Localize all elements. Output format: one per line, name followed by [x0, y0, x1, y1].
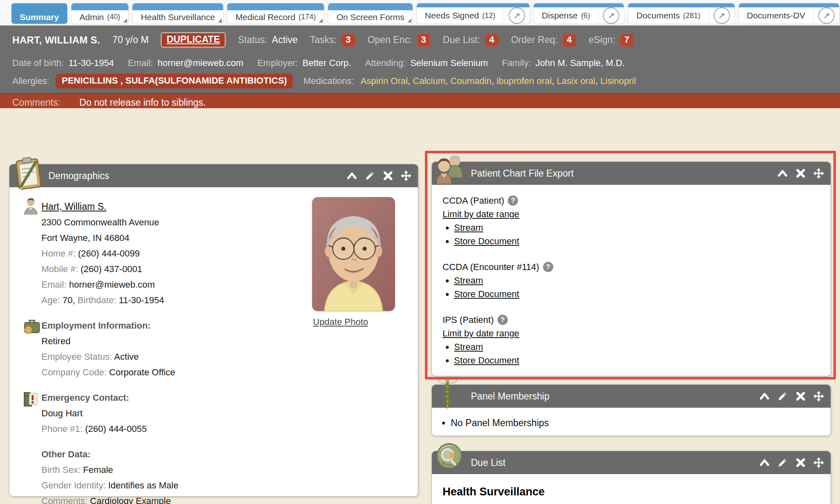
- tab-medical-record[interactable]: Medical Record(174): [227, 3, 324, 24]
- external-link-icon[interactable]: ↗: [504, 7, 530, 24]
- export-panel-header[interactable]: Patient Chart File Export: [432, 162, 831, 185]
- export-links-list: StreamStore Document: [454, 340, 820, 367]
- counter-badge[interactable]: 4: [562, 34, 576, 47]
- edit-icon[interactable]: [777, 457, 788, 468]
- chart-tabs: SummaryAdmin(40)Health SurveillanceMedic…: [11, 3, 839, 24]
- edit-icon[interactable]: [365, 170, 375, 181]
- external-link-icon[interactable]: ↗: [598, 7, 624, 24]
- counter-label: Open Enc:: [368, 34, 412, 45]
- export-group: IPS (Patient)?Limit by date rangeStreamS…: [443, 313, 820, 367]
- employment-status-line: Retired: [41, 334, 406, 349]
- duplicate-flag[interactable]: DUPLICATE: [161, 32, 226, 48]
- dropdown-corner-icon: [123, 18, 127, 23]
- collapse-icon[interactable]: [759, 391, 770, 402]
- tab-needs-signed[interactable]: Needs Signed(12)↗: [417, 3, 530, 24]
- counter-tasks: Tasks:3: [310, 34, 355, 47]
- medication-link[interactable]: Lisinopril: [596, 76, 636, 86]
- help-icon[interactable]: ?: [543, 262, 553, 272]
- due-list-controls: [759, 451, 824, 474]
- tab-admin[interactable]: Admin(40): [71, 3, 129, 24]
- medication-link[interactable]: Aspirin Oral: [361, 76, 408, 86]
- counter-label: Due List:: [443, 34, 480, 45]
- field-label: Phone #1:: [41, 424, 82, 434]
- medications-label: Medications:: [304, 76, 354, 86]
- tab-health-surveillance[interactable]: Health Surveillance: [132, 3, 223, 24]
- help-icon[interactable]: ?: [508, 195, 518, 206]
- store-document-link[interactable]: Store Document: [454, 355, 519, 366]
- store-document-link[interactable]: Store Document: [454, 289, 519, 299]
- due-list-title: Due List: [471, 457, 505, 468]
- tab-count: (6): [581, 11, 590, 20]
- close-icon[interactable]: [795, 391, 806, 402]
- tab-count: (174): [299, 13, 316, 21]
- comments-label: Comments:: [12, 97, 61, 108]
- edit-icon[interactable]: [777, 391, 788, 402]
- collapse-icon[interactable]: [347, 170, 357, 181]
- counter-badge[interactable]: 3: [341, 34, 355, 47]
- counter-badge[interactable]: 7: [620, 34, 634, 47]
- collapse-icon[interactable]: [777, 168, 788, 179]
- stream-link[interactable]: Stream: [454, 342, 483, 352]
- close-icon[interactable]: [383, 170, 393, 181]
- close-icon[interactable]: [795, 457, 806, 468]
- limit-by-date-range-link[interactable]: Limit by date range: [443, 327, 519, 340]
- medication-link[interactable]: Coumadin: [445, 76, 492, 86]
- external-link-icon[interactable]: ↗: [709, 7, 735, 24]
- stream-link[interactable]: Stream: [454, 222, 483, 233]
- export-link-item: Store Document: [454, 287, 820, 301]
- update-photo-link[interactable]: Update Photo: [313, 317, 368, 327]
- move-icon[interactable]: [401, 170, 411, 181]
- export-link-item: Store Document: [454, 234, 820, 248]
- due-list-header[interactable]: Due List: [432, 451, 831, 474]
- field-label: Gender Identity:: [41, 480, 106, 490]
- counter-badge[interactable]: 4: [485, 34, 499, 47]
- tab-label: Admin: [80, 12, 104, 22]
- move-icon[interactable]: [813, 391, 824, 402]
- tab-summary[interactable]: Summary: [11, 3, 67, 24]
- globe-magnifier-icon: [434, 442, 463, 474]
- panel-membership-panel: Panel Membership No Panel Memberships: [431, 384, 831, 436]
- export-header-controls: [777, 162, 824, 185]
- move-icon[interactable]: [813, 457, 824, 468]
- field-row: Comments: Cardiology Example: [41, 493, 406, 504]
- patient-name-link[interactable]: Hart, William S.: [41, 201, 106, 212]
- stream-link[interactable]: Stream: [454, 275, 483, 286]
- tab-label: Documents: [636, 11, 680, 20]
- external-link-icon[interactable]: ↗: [813, 7, 839, 24]
- medications-list: Aspirin OralCalciumCoumadinibuprofen ora…: [361, 76, 636, 86]
- export-link-item: Stream: [454, 340, 820, 354]
- tab-documents-dv[interactable]: Documents-DV↗: [739, 3, 839, 24]
- tab-cap: [628, 3, 734, 7]
- tab-on-screen-forms[interactable]: On Screen Forms: [328, 3, 413, 24]
- medication-link[interactable]: Lasix oral: [552, 76, 595, 86]
- help-icon[interactable]: ?: [498, 315, 508, 325]
- counter-label: eSign:: [589, 34, 615, 45]
- export-format-name: CCDA (Encounter #114): [443, 260, 539, 274]
- limit-by-date-range-link[interactable]: Limit by date range: [443, 207, 519, 221]
- collapse-icon[interactable]: [759, 457, 770, 468]
- employer-label: Employer:: [257, 58, 298, 68]
- emergency-rows: Phone #1: (260) 444-0055: [41, 421, 406, 437]
- tab-dispense[interactable]: Dispense(6)↗: [534, 3, 624, 24]
- medication-link[interactable]: ibuprofen oral: [491, 76, 552, 86]
- counter-esign: eSign:7: [589, 34, 634, 47]
- tab-documents[interactable]: Documents(281)↗: [628, 3, 734, 24]
- allergies-pill[interactable]: PENICILLINS , SULFA(SULFONAMIDE ANTIBIOT…: [56, 74, 292, 89]
- dropdown-corner-icon: [319, 18, 323, 23]
- tab-count: (12): [482, 11, 495, 20]
- demographics-panel-title: Demographics: [48, 170, 109, 182]
- counter-badge[interactable]: 3: [417, 34, 431, 47]
- store-document-link[interactable]: Store Document: [454, 236, 519, 246]
- medication-link[interactable]: Calcium: [408, 76, 445, 86]
- export-panel-title: Patient Chart File Export: [471, 168, 574, 179]
- employer-value: Better Corp.: [302, 58, 351, 68]
- move-icon[interactable]: [813, 168, 824, 179]
- allergies-label: Allergies:: [12, 76, 49, 86]
- demographics-panel-header[interactable]: Demographics: [9, 164, 418, 187]
- counter-label: Tasks:: [310, 34, 336, 45]
- panel-membership-header[interactable]: Panel Membership: [432, 385, 831, 408]
- close-icon[interactable]: [795, 168, 806, 179]
- patient-avatar-icon: [23, 197, 38, 218]
- birthdate-value: 11-30-1954: [119, 295, 164, 305]
- field-label: Comments:: [41, 496, 87, 504]
